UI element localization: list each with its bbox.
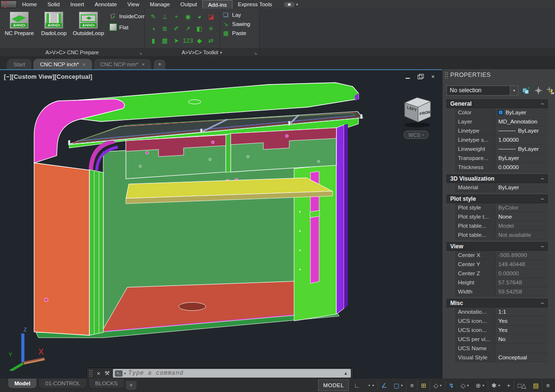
property-row[interactable]: Linetype ByLayer (455, 126, 548, 135)
property-row[interactable]: Color ByLayer (455, 108, 548, 117)
toolkit-icon[interactable]: ✳ (205, 23, 217, 35)
toolkit-icon[interactable]: ➤ (171, 35, 182, 47)
section-header[interactable]: Misc − (446, 299, 548, 307)
close-icon[interactable]: × (82, 61, 85, 67)
close-icon[interactable]: × (142, 61, 145, 67)
customize-wrench-icon[interactable]: ⚒ (103, 370, 111, 377)
menu-item[interactable]: Insert (65, 0, 89, 9)
file-tab[interactable]: CNC NCP inch* × (33, 59, 92, 69)
menu-icon[interactable]: ≡ (543, 380, 553, 391)
chevron-down-icon[interactable]: ▾ (124, 371, 126, 376)
quick-select-icon[interactable] (522, 85, 530, 96)
property-row[interactable]: UCS icon... Yes (455, 326, 548, 335)
property-row[interactable]: Plot table... Model (455, 221, 548, 231)
toolkit-icon[interactable]: 123 (182, 35, 194, 47)
isodraft-icon[interactable]: ◔ (364, 380, 378, 391)
new-layout-button[interactable]: + (126, 381, 136, 390)
dynamic-ucs-icon[interactable]: ↯ (445, 380, 457, 391)
command-line-bar[interactable]: × ⚒ >_ ▾ ▲ (86, 368, 354, 379)
property-row[interactable]: Center X -505.89090 (455, 251, 548, 260)
model-space-button[interactable]: MODEL (318, 380, 348, 391)
collapse-icon[interactable]: − (541, 175, 544, 182)
property-row[interactable]: Visual Style Conceptual (455, 353, 548, 362)
property-row[interactable]: Plot style ByColor (455, 203, 548, 212)
application-button[interactable]: A A (0, 0, 17, 8)
toolkit-icon[interactable]: ⇄ (205, 35, 217, 47)
toolkit-icon[interactable]: ◆ (194, 35, 205, 47)
graphics-performance-icon[interactable]: ▤ (530, 380, 542, 391)
toolkit-icon[interactable]: ≣ (159, 23, 171, 35)
panel-expand-icon[interactable]: ↘ (254, 51, 257, 56)
property-row[interactable]: Center Y 149.40448 (455, 260, 548, 269)
property-row[interactable]: Material ByLayer (455, 183, 548, 192)
property-row[interactable]: Lineweight ByLayer (455, 145, 548, 154)
menu-item[interactable]: Annotate (89, 0, 122, 9)
property-row[interactable]: UCS Name (455, 344, 548, 353)
command-history-icon[interactable]: ▲ (344, 371, 349, 376)
property-row[interactable]: UCS per vi... No (455, 335, 548, 344)
toolkit-text-button[interactable]: ▦ Paste (222, 30, 250, 37)
property-row[interactable]: Transpare... ByLayer (455, 154, 548, 163)
toolkit-icon[interactable]: ◑ (148, 23, 159, 35)
menu-item[interactable]: Solid (42, 0, 65, 9)
toolkit-icon[interactable]: ◕ (194, 11, 205, 23)
toolkit-icon[interactable]: ◪ (205, 11, 217, 23)
customization-icon[interactable]: + (504, 380, 514, 391)
model-viewport[interactable]: [−][Custom View][Conceptual] × LEFT FRON… (0, 69, 442, 379)
property-row[interactable]: Plot style t... None (455, 212, 548, 221)
3d-model-cabinet[interactable] (0, 70, 442, 379)
command-input-area[interactable]: >_ ▾ ▲ (113, 369, 351, 378)
close-icon[interactable]: × (430, 74, 436, 80)
settings-icon[interactable]: ✱ (488, 380, 504, 391)
menu-item[interactable]: Home (17, 0, 42, 9)
ribbon-large-button[interactable]: A>V>C> NC Prepare (2, 11, 37, 36)
property-row[interactable]: UCS icon... Yes (455, 317, 548, 326)
toggle-pickadd-icon[interactable] (546, 85, 555, 96)
toolkit-text-button[interactable]: ↘ Sawing (222, 21, 250, 27)
infocenter-toggle[interactable]: ▾ (284, 2, 298, 7)
property-row[interactable]: Height 57.57648 (455, 278, 548, 287)
property-row[interactable]: Width 59.54258 (455, 287, 548, 296)
panel-title-cnc-prepare[interactable]: A>V>C> CNC Prepare ↘ (0, 48, 144, 56)
ribbon-large-button[interactable]: A>V>C> OutsideLoop (71, 11, 106, 36)
isolate-objects-icon[interactable]: □△ (514, 380, 530, 391)
selection-dropdown[interactable]: No selection ▾ (446, 86, 518, 96)
layout-tab[interactable]: BLOCKS (88, 379, 124, 389)
toolkit-icon[interactable]: ◉ (182, 11, 194, 23)
menu-item[interactable]: Express Tools (233, 0, 277, 9)
property-row[interactable]: Plot table... Not available (455, 231, 548, 240)
property-row[interactable]: Annotatio... 1:1 (455, 307, 548, 317)
ucs-icon[interactable]: Z Y X (9, 327, 57, 371)
file-tab[interactable]: Start × (7, 59, 32, 69)
property-row[interactable]: Layer MD_Annotation (455, 117, 548, 126)
layout-tab[interactable]: Model (8, 379, 37, 389)
toolkit-icon[interactable]: ✎ (148, 11, 159, 23)
select-objects-icon[interactable] (534, 85, 543, 96)
close-icon[interactable]: × (94, 370, 103, 377)
toolkit-icon[interactable]: + (171, 11, 182, 23)
toolkit-icon[interactable]: ▮ (148, 35, 159, 47)
toolkit-icon[interactable]: ✐ (171, 23, 182, 35)
toolkit-icon[interactable]: ↗ (182, 23, 194, 35)
object-snap-3d-icon[interactable]: ◇ (430, 380, 445, 391)
polar-tracking-icon[interactable]: ∠ (378, 380, 390, 391)
section-header[interactable]: Plot style − (446, 195, 548, 203)
property-row[interactable]: Center Z 0.00000 (455, 269, 548, 278)
menu-item[interactable]: Output (175, 0, 202, 9)
toolkit-icon[interactable]: ▦ (159, 35, 171, 47)
command-input[interactable] (127, 369, 342, 377)
toolkit-icon[interactable]: ◧ (194, 23, 205, 35)
ortho-mode-icon[interactable]: ∟ (351, 380, 364, 391)
new-tab-button[interactable]: + (154, 60, 165, 69)
lineweight-display-icon[interactable]: ≡ (407, 380, 417, 391)
menu-item[interactable]: View (122, 0, 145, 9)
menu-item[interactable]: Add-ins (202, 0, 233, 9)
gizmo-icon[interactable]: ⊕ (472, 380, 488, 391)
viewcube[interactable]: LEFT FRONT (399, 93, 436, 129)
toolkit-icon[interactable]: ⊥ (159, 11, 171, 23)
panel-expand-icon[interactable]: ↘ (139, 51, 142, 56)
layout-tab[interactable]: 01-CONTROL (38, 379, 87, 389)
restore-icon[interactable] (417, 74, 424, 80)
collapse-icon[interactable]: − (541, 243, 544, 250)
collapse-icon[interactable]: − (541, 196, 544, 202)
